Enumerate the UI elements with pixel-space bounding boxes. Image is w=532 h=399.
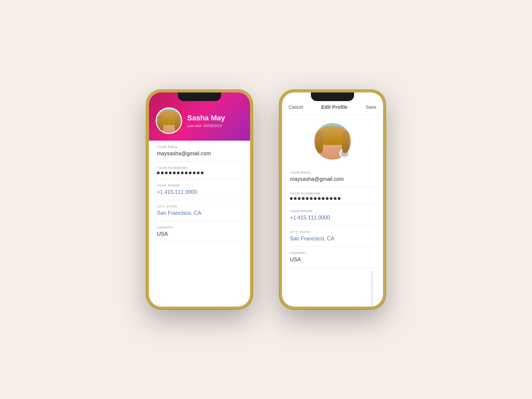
phone-label: YOUR PHONE (157, 184, 242, 187)
save-button[interactable]: Save (366, 104, 376, 110)
avatar (156, 107, 182, 134)
right-screen: Cancel Edit Profile Save (282, 92, 383, 307)
edit-city-field-group: CITY, STATE San Francisco, CA (290, 226, 375, 247)
edit-country-label: COUNTRY (290, 251, 375, 255)
cancel-button[interactable]: Cancel (289, 104, 303, 110)
edit-password-label: YOUR PASSWORD (290, 192, 375, 195)
edit-city-value[interactable]: San Francisco, CA (290, 236, 375, 242)
profile-info: Sasha May Last visit 04/08/2019 (187, 114, 225, 128)
profile-name: Sasha May (187, 114, 225, 122)
edit-password-field-group: YOUR PASSWORD (290, 187, 375, 205)
hair-side-right (175, 115, 181, 132)
watermark: Created Using Cleanmock (371, 271, 374, 306)
notch-left (178, 92, 221, 101)
phone-value: +1.415.111.0000 (157, 189, 242, 195)
city-value: San Francisco, CA (157, 210, 242, 216)
email-field-group: YOUR EMAIL maysasha@gmail.com (157, 141, 242, 162)
hair-side-left (157, 115, 163, 132)
password-dots (157, 172, 242, 174)
edit-email-label: YOUR EMAIL (290, 171, 375, 174)
scene: Sasha May Last visit 04/08/2019 YOUR EMA… (0, 0, 532, 399)
password-label: YOUR PASSWORD (157, 166, 242, 170)
edit-password-dots (290, 197, 375, 200)
phone-field-group: YOUR PHONE +1.415.111.0000 (157, 179, 242, 200)
country-value: USA (157, 231, 242, 237)
notch-right (311, 92, 354, 101)
email-value: maysasha@gmail.com (157, 151, 242, 157)
left-phone: Sasha May Last visit 04/08/2019 YOUR EMA… (146, 90, 253, 309)
edit-phone-label: YOUR PHONE (290, 209, 375, 213)
country-field-group: COUNTRY USA (157, 221, 242, 242)
edit-body: YOUR EMAIL maysasha@gmail.com YOUR PASSW… (282, 166, 383, 307)
edit-city-label: CITY, STATE (290, 230, 375, 234)
left-screen: Sasha May Last visit 04/08/2019 YOUR EMA… (149, 92, 250, 307)
edit-avatar-wrapper[interactable] (314, 123, 351, 160)
right-phone: Cancel Edit Profile Save (279, 90, 386, 309)
profile-body: YOUR EMAIL maysasha@gmail.com YOUR PASSW… (149, 141, 250, 307)
edit-avatar-section (282, 115, 383, 166)
edit-phone-field-group: YOUR PHONE +1.415.111.0000 (290, 205, 375, 226)
edit-email-value[interactable]: maysasha@gmail.com (290, 176, 375, 182)
edit-profile-title: Edit Profile (321, 104, 347, 110)
edit-country-field-group: COUNTRY USA (290, 247, 375, 268)
password-field-group: YOUR PASSWORD (157, 162, 242, 179)
email-label: YOUR EMAIL (157, 145, 242, 149)
city-field-group: CITY, STATE San Francisco, CA (157, 200, 242, 221)
edit-email-field-group: YOUR EMAIL maysasha@gmail.com (290, 166, 375, 187)
profile-last-visit: Last visit 04/08/2019 (187, 124, 225, 128)
edit-country-value[interactable]: USA (290, 257, 375, 263)
country-label: COUNTRY (157, 226, 242, 229)
city-label: CITY, STATE (157, 205, 242, 208)
edit-phone-value[interactable]: +1.415.111.0000 (290, 215, 375, 221)
